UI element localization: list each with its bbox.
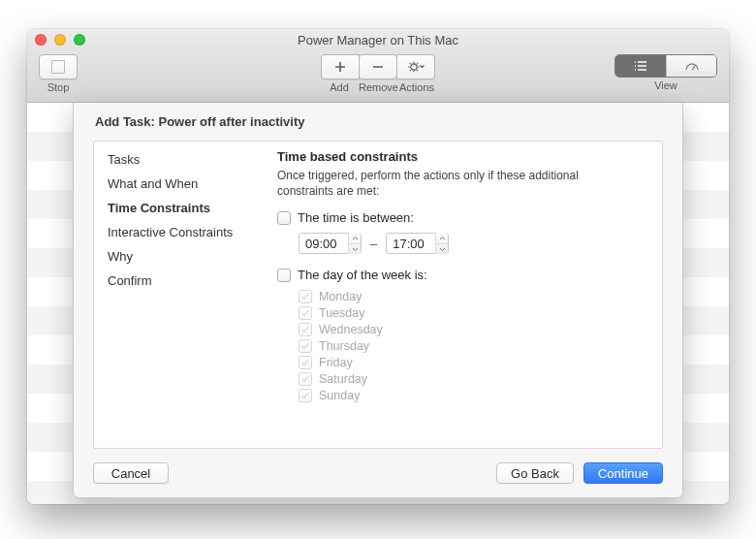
view-group: View: [614, 54, 717, 91]
titlebar: Power Manager on This Mac: [27, 29, 729, 50]
wizard-sidebar: Tasks What and When Time Constraints Int…: [94, 142, 273, 448]
svg-point-0: [411, 64, 417, 70]
day-checkbox-monday[interactable]: [299, 290, 312, 303]
app-window: Power Manager on This Mac Stop: [27, 29, 729, 504]
chevron-up-icon: [349, 233, 361, 244]
day-checkbox-friday[interactable]: [299, 356, 312, 369]
content-title: Time based constraints: [277, 149, 645, 164]
sidebar-item-what-when[interactable]: What and When: [94, 172, 273, 196]
sidebar-item-time-constraints[interactable]: Time Constraints: [94, 196, 273, 220]
add-label: Add: [320, 81, 359, 93]
content-description: Once triggered, perform the actions only…: [277, 168, 607, 199]
day-row-saturday: Saturday: [299, 372, 645, 386]
day-checkbox-wednesday[interactable]: [299, 323, 312, 336]
view-list-button[interactable]: [615, 55, 666, 77]
day-checkbox-sunday[interactable]: [299, 389, 312, 402]
day-row-tuesday: Tuesday: [299, 306, 645, 320]
day-row-wednesday: Wednesday: [299, 323, 645, 336]
plus-icon: [333, 60, 347, 74]
actions-label: Actions: [397, 81, 436, 93]
time-from-value: 09:00: [305, 237, 348, 251]
chevron-down-icon: [436, 244, 448, 255]
toolbar: Stop: [27, 50, 729, 103]
day-checkbox-saturday[interactable]: [299, 372, 312, 386]
sidebar-item-confirm[interactable]: Confirm: [94, 269, 273, 293]
add-button[interactable]: [321, 54, 360, 79]
sidebar-item-interactive-constraints[interactable]: Interactive Constraints: [94, 220, 273, 244]
minus-icon: [371, 60, 385, 74]
stop-group: Stop: [39, 54, 78, 93]
time-between-checkbox[interactable]: [277, 211, 291, 225]
sidebar-item-tasks[interactable]: Tasks: [94, 147, 273, 172]
list-icon: [633, 60, 648, 72]
time-from-field[interactable]: 09:00: [299, 233, 362, 254]
day-row-friday: Friday: [299, 356, 645, 369]
time-from-stepper[interactable]: [348, 233, 361, 254]
sidebar-item-why[interactable]: Why: [94, 244, 273, 269]
day-checkbox-thursday[interactable]: [299, 339, 312, 353]
day-of-week-label: The day of the week is:: [298, 268, 427, 282]
day-label-friday: Friday: [319, 356, 353, 369]
view-segmented: [614, 54, 717, 78]
time-to-value: 17:00: [393, 237, 435, 251]
time-to-field[interactable]: 17:00: [386, 233, 449, 254]
day-row-thursday: Thursday: [299, 339, 645, 353]
gauge-icon: [684, 60, 700, 72]
cancel-button[interactable]: Cancel: [93, 462, 169, 484]
day-checkbox-tuesday[interactable]: [299, 306, 312, 320]
time-between-label: The time is between:: [298, 210, 414, 225]
view-label: View: [654, 79, 677, 91]
day-of-week-checkbox[interactable]: [277, 269, 291, 282]
actions-button[interactable]: [396, 54, 435, 79]
stop-label: Stop: [47, 81, 70, 93]
day-row-monday: Monday: [299, 290, 645, 303]
sheet-title: Add Task: Power off after inactivity: [74, 103, 682, 135]
close-window-button[interactable]: [35, 34, 47, 46]
sheet-body: Tasks What and When Time Constraints Int…: [93, 141, 663, 449]
zoom-window-button[interactable]: [74, 34, 85, 46]
stop-icon: [51, 60, 65, 74]
continue-button[interactable]: Continue: [583, 462, 663, 484]
time-range-sep: –: [368, 237, 379, 251]
time-to-stepper[interactable]: [435, 233, 448, 254]
chevron-up-icon: [436, 233, 448, 244]
window-title: Power Manager on This Mac: [27, 33, 729, 48]
day-label-wednesday: Wednesday: [319, 323, 383, 336]
sheet-dialog: Add Task: Power off after inactivity Tas…: [73, 103, 683, 498]
day-row-sunday: Sunday: [299, 389, 645, 402]
traffic-lights: [35, 34, 85, 46]
remove-button[interactable]: [359, 54, 397, 79]
chevron-down-icon: [349, 244, 361, 255]
day-label-sunday: Sunday: [319, 389, 360, 402]
minimize-window-button[interactable]: [54, 34, 66, 46]
gear-icon: [407, 60, 425, 74]
sheet-footer: Cancel Go Back Continue: [74, 449, 682, 497]
go-back-button[interactable]: Go Back: [496, 462, 574, 484]
stop-button[interactable]: [39, 54, 78, 79]
day-label-tuesday: Tuesday: [319, 306, 364, 320]
days-list: Monday Tuesday Wednesday Thursday: [299, 290, 645, 402]
sheet-content: Time based constraints Once triggered, p…: [273, 142, 662, 448]
day-label-monday: Monday: [319, 290, 362, 303]
view-gauge-button[interactable]: [666, 55, 716, 77]
remove-label: Remove: [359, 81, 397, 93]
day-label-saturday: Saturday: [319, 372, 367, 386]
center-group: Add Remove Actions: [320, 54, 436, 93]
day-label-thursday: Thursday: [319, 339, 369, 353]
